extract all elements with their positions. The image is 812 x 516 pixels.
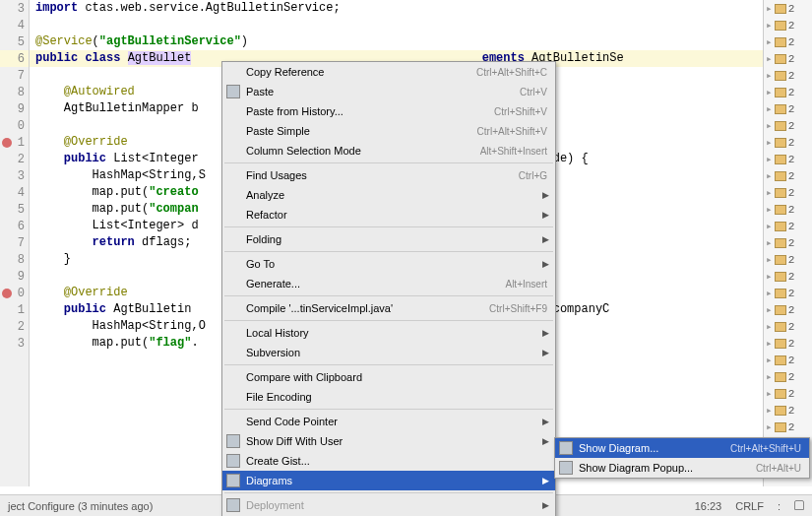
gutter-line[interactable]: 7	[0, 67, 29, 84]
menu-item-column-selection-mode[interactable]: Column Selection ModeAlt+Shift+Insert	[222, 141, 555, 161]
menu-item-file-encoding[interactable]: File Encoding	[222, 387, 555, 407]
expand-icon[interactable]: ▸	[766, 153, 773, 165]
expand-icon[interactable]: ▸	[766, 69, 773, 82]
tree-item[interactable]: ▸2	[764, 50, 812, 67]
expand-icon[interactable]: ▸	[766, 320, 773, 333]
expand-icon[interactable]: ▸	[766, 35, 773, 48]
tree-item[interactable]: ▸2	[764, 167, 812, 184]
expand-icon[interactable]: ▸	[766, 354, 773, 366]
menu-item-paste-simple[interactable]: Paste SimpleCtrl+Alt+Shift+V	[222, 121, 555, 141]
context-menu[interactable]: Copy ReferenceCtrl+Alt+Shift+CPasteCtrl+…	[221, 61, 556, 516]
gutter-line[interactable]: 0	[0, 117, 29, 134]
tree-item[interactable]: ▸2	[764, 251, 812, 268]
gutter-line[interactable]: 0	[0, 285, 29, 301]
expand-icon[interactable]: ▸	[766, 119, 773, 132]
expand-icon[interactable]: ▸	[766, 404, 773, 417]
gutter-line[interactable]: 4	[0, 184, 29, 201]
code-line[interactable]: @Service("agtBulletinService")	[30, 33, 763, 50]
tree-item[interactable]: ▸2	[764, 151, 812, 167]
gutter-line[interactable]: 9	[0, 100, 29, 117]
expand-icon[interactable]: ▸	[766, 186, 773, 199]
breakpoint-icon[interactable]	[2, 138, 12, 148]
menu-item-analyze[interactable]: Analyze▶	[222, 185, 555, 205]
expand-icon[interactable]: ▸	[766, 2, 773, 15]
project-tree[interactable]: ▸2▸2▸2▸2▸2▸2▸2▸2▸2▸2▸2▸2▸2▸2▸2▸2▸2▸2▸2▸2…	[763, 0, 812, 486]
expand-icon[interactable]: ▸	[766, 220, 773, 232]
tree-item[interactable]: ▸2	[764, 0, 812, 17]
menu-item-create-gist[interactable]: Create Gist...	[222, 451, 555, 471]
tree-item[interactable]: ▸2	[764, 234, 812, 251]
gutter-line[interactable]: 3	[0, 167, 29, 184]
gutter-line[interactable]: 9	[0, 268, 29, 285]
breakpoint-icon[interactable]	[2, 289, 12, 298]
menu-item-go-to[interactable]: Go To▶	[222, 254, 555, 274]
tree-item[interactable]: ▸2	[764, 134, 812, 151]
menu-item-paste[interactable]: PasteCtrl+V	[222, 82, 555, 101]
gutter-line[interactable]: 2	[0, 151, 29, 167]
menu-item-show-diagram-popup[interactable]: Show Diagram Popup...Ctrl+Alt+U	[555, 458, 809, 478]
tree-item[interactable]: ▸2	[764, 100, 812, 117]
menu-item-diagrams[interactable]: Diagrams▶	[222, 471, 555, 490]
expand-icon[interactable]: ▸	[766, 420, 773, 433]
tree-item[interactable]: ▸2	[764, 67, 812, 84]
code-line[interactable]: import ctas.web.service.AgtBulletinServi…	[30, 0, 763, 17]
menu-item-local-history[interactable]: Local History▶	[222, 323, 555, 343]
expand-icon[interactable]: ▸	[766, 86, 773, 98]
menu-item-subversion[interactable]: Subversion▶	[222, 343, 555, 362]
gutter-line[interactable]: 6	[0, 218, 29, 234]
code-line[interactable]	[30, 17, 763, 33]
tree-item[interactable]: ▸2	[764, 402, 812, 419]
gutter-line[interactable]: 5	[0, 201, 29, 218]
gutter-line[interactable]: 3	[0, 0, 29, 17]
expand-icon[interactable]: ▸	[766, 52, 773, 65]
menu-item-compile-tinserviceimpl-java[interactable]: Compile '...tinServiceImpl.java'Ctrl+Shi…	[222, 298, 555, 318]
expand-icon[interactable]: ▸	[766, 287, 773, 299]
menu-item-copy-reference[interactable]: Copy ReferenceCtrl+Alt+Shift+C	[222, 62, 555, 82]
tree-item[interactable]: ▸2	[764, 419, 812, 435]
tree-item[interactable]: ▸2	[764, 84, 812, 100]
gutter-line[interactable]: 5	[0, 33, 29, 50]
expand-icon[interactable]: ▸	[766, 136, 773, 149]
gutter-line[interactable]: 8	[0, 251, 29, 268]
menu-item-folding[interactable]: Folding▶	[222, 229, 555, 249]
expand-icon[interactable]: ▸	[766, 19, 773, 32]
menu-item-show-diff-with-user[interactable]: Show Diff With User▶	[222, 431, 555, 451]
tree-item[interactable]: ▸2	[764, 184, 812, 201]
tree-item[interactable]: ▸2	[764, 117, 812, 134]
menu-item-find-usages[interactable]: Find UsagesCtrl+G	[222, 165, 555, 185]
tree-item[interactable]: ▸2	[764, 301, 812, 318]
gutter-line[interactable]: 1	[0, 134, 29, 151]
expand-icon[interactable]: ▸	[766, 337, 773, 350]
gutter-line[interactable]: 7	[0, 234, 29, 251]
expand-icon[interactable]: ▸	[766, 303, 773, 316]
gutter-line[interactable]: 8	[0, 84, 29, 100]
gutter-line[interactable]: 3	[0, 335, 29, 352]
gutter-line[interactable]: 6	[0, 50, 29, 67]
menu-item-show-diagram[interactable]: Show Diagram...Ctrl+Alt+Shift+U	[555, 438, 809, 458]
tree-item[interactable]: ▸2	[764, 335, 812, 352]
tree-item[interactable]: ▸2	[764, 385, 812, 402]
tree-item[interactable]: ▸2	[764, 218, 812, 234]
expand-icon[interactable]: ▸	[766, 270, 773, 283]
gutter-line[interactable]: 2	[0, 318, 29, 335]
expand-icon[interactable]: ▸	[766, 236, 773, 249]
menu-item-compare-with-clipboard[interactable]: Compare with Clipboard	[222, 367, 555, 387]
menu-item-send-code-pointer[interactable]: Send Code Pointer▶	[222, 412, 555, 431]
tree-item[interactable]: ▸2	[764, 201, 812, 218]
expand-icon[interactable]: ▸	[766, 370, 773, 383]
lock-icon[interactable]	[794, 500, 804, 512]
expand-icon[interactable]: ▸	[766, 169, 773, 182]
expand-icon[interactable]: ▸	[766, 203, 773, 216]
menu-item-generate[interactable]: Generate...Alt+Insert	[222, 274, 555, 293]
tree-item[interactable]: ▸2	[764, 352, 812, 368]
gutter-line[interactable]: 4	[0, 17, 29, 33]
menu-item-paste-from-history[interactable]: Paste from History...Ctrl+Shift+V	[222, 101, 555, 121]
status-line-ending[interactable]: CRLF	[735, 500, 764, 512]
tree-item[interactable]: ▸2	[764, 17, 812, 33]
tree-item[interactable]: ▸2	[764, 285, 812, 301]
expand-icon[interactable]: ▸	[766, 253, 773, 266]
expand-icon[interactable]: ▸	[766, 387, 773, 400]
tree-item[interactable]: ▸2	[764, 33, 812, 50]
tree-item[interactable]: ▸2	[764, 318, 812, 335]
gutter-line[interactable]: 1	[0, 301, 29, 318]
